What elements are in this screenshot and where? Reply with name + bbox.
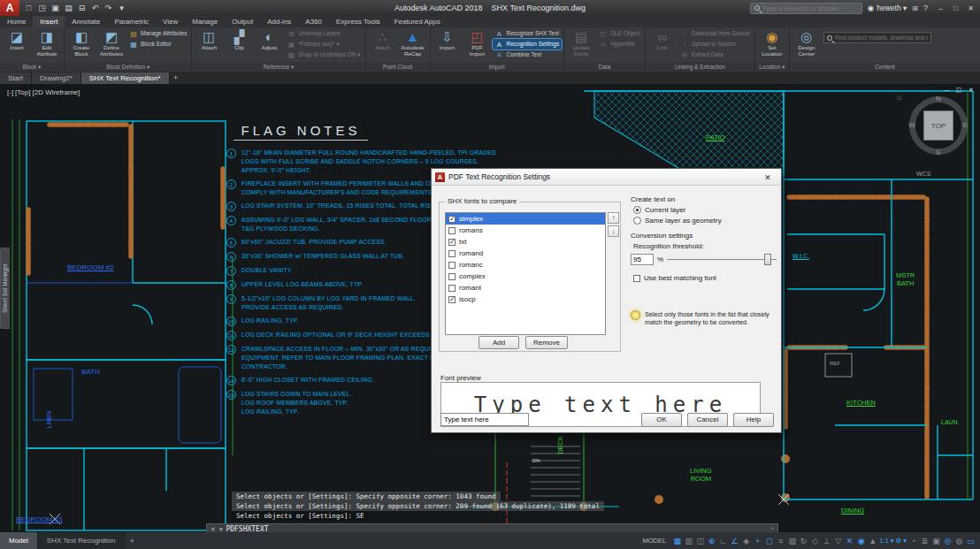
close-button[interactable]: ✕ — [963, 4, 978, 12]
define-attributes[interactable]: ◩ Define Attributes — [96, 28, 126, 62]
minimize-button[interactable]: – — [933, 4, 948, 12]
command-options-icon[interactable]: ▾ — [219, 526, 223, 533]
panel-title-location[interactable]: Location ▾ — [755, 62, 789, 72]
dialog-close-button[interactable]: ✕ — [758, 171, 777, 183]
ribbon-tab[interactable]: Annotate — [65, 16, 107, 27]
add-layout-button[interactable]: + — [125, 537, 139, 545]
design-center[interactable]: ◎ Design Center — [792, 28, 822, 62]
font-checkbox[interactable] — [448, 250, 456, 257]
viewport-visual-style-control[interactable]: [2D Wireframe] — [32, 88, 80, 96]
ribbon-tab[interactable]: Parametric — [107, 16, 156, 27]
object-snap-icon[interactable]: ◻ — [763, 537, 775, 545]
annotation-visibility-icon[interactable]: ◉ — [855, 537, 867, 545]
qnew-icon[interactable]: □ — [23, 4, 34, 12]
file-tab[interactable]: Start — [0, 72, 32, 84]
lock-ui-icon[interactable]: ▣ — [930, 537, 942, 545]
font-checkbox[interactable] — [448, 239, 456, 246]
command-input[interactable]: PDFSHXTEXT — [226, 525, 268, 532]
font-list-item[interactable]: romant — [446, 282, 605, 294]
font-checkbox[interactable] — [448, 273, 456, 280]
viewport-view-control[interactable]: [Top] — [15, 88, 30, 96]
selection-filtering-icon[interactable]: ▽ — [832, 537, 844, 545]
move-down-button[interactable]: ↓ — [608, 225, 619, 237]
annotation-monitor-icon[interactable]: ◔ — [907, 537, 919, 545]
file-tab[interactable]: Drawing2* — [32, 72, 81, 84]
ribbon-tab[interactable]: Add-ins — [260, 16, 298, 27]
file-tab[interactable]: SHX Text Recognition* — [81, 72, 170, 84]
use-best-matching-font[interactable]: Use best matching font — [633, 274, 777, 282]
new-drawing-tab-button[interactable]: + — [170, 72, 182, 84]
a360-signin[interactable]: ◉ heweth ▾ — [868, 4, 907, 12]
font-list-item[interactable]: romand — [446, 248, 605, 259]
ribbon-tab[interactable]: Featured Apps — [387, 16, 448, 27]
download-from-source[interactable]: ↓ Download from Source — [678, 28, 753, 39]
font-list-item[interactable]: simplex — [446, 213, 605, 225]
edit-attribute[interactable]: ◨ Edit Attribute — [32, 28, 62, 62]
manage-attributes[interactable]: ▤ Manage Attributes — [126, 28, 189, 39]
transparency-icon[interactable]: ▨ — [786, 537, 798, 545]
best-match-checkbox[interactable] — [633, 275, 640, 282]
graphics-performance-icon[interactable]: ◍ — [953, 537, 965, 545]
font-list-item[interactable]: txt — [446, 236, 605, 248]
undo-icon[interactable]: ↶ — [89, 4, 101, 12]
update-fields[interactable]: ▤ Update Fields — [566, 28, 596, 62]
clean-screen-icon[interactable]: ▭ — [965, 537, 976, 545]
restore-drawing-icon[interactable]: ◱ — [953, 86, 964, 94]
lineweight-icon[interactable]: ≡ — [775, 537, 786, 545]
panel-title-linking[interactable]: Linking & Extraction — [646, 62, 754, 72]
save-icon[interactable]: ▣ — [50, 4, 61, 12]
panel-title-data[interactable]: Data — [564, 62, 645, 72]
set-location[interactable]: ◉ Set Location — [757, 28, 787, 62]
panel-title-point-cloud[interactable]: Point Cloud — [366, 62, 430, 72]
clip-reference[interactable]: ▞ Clip — [224, 28, 254, 62]
qat-dropdown-icon[interactable]: ▾ — [116, 4, 127, 12]
dialog-title-bar[interactable]: A PDF Text Recognition Settings ✕ — [432, 169, 781, 186]
cancel-button[interactable]: Cancel — [687, 413, 728, 427]
radio-same-layer[interactable]: Same layer as geometry — [633, 217, 777, 225]
panel-title-reference[interactable]: Reference ▾ — [192, 62, 364, 72]
snap-to-underlays[interactable]: ▩ Snap to Underlays ON ▾ — [284, 50, 363, 60]
command-line[interactable]: ✕ ▾ PDFSHXTEXT ^ — [206, 523, 778, 532]
autoscale-icon[interactable]: ▲ — [867, 537, 878, 545]
quick-properties-icon[interactable]: ≣ — [919, 537, 930, 545]
insert-block[interactable]: ◪ Insert — [2, 28, 32, 62]
font-list-item[interactable]: romanc — [446, 259, 605, 271]
object-snap-tracking-icon[interactable]: + — [752, 537, 763, 545]
search-input[interactable] — [762, 4, 858, 12]
ole-object[interactable]: ◫ OLE Object — [596, 28, 643, 39]
combine-text[interactable]: ≡ Combine Text — [493, 50, 563, 60]
font-checkbox[interactable] — [448, 296, 456, 303]
minimize-drawing-icon[interactable]: — — [941, 86, 952, 94]
radio-current-layer[interactable]: Current layer — [633, 206, 777, 214]
dynamic-ucs-icon[interactable]: ⊥ — [821, 537, 832, 545]
panel-title-import[interactable]: Import — [431, 62, 564, 72]
selection-cycling-icon[interactable]: ↻ — [798, 537, 809, 545]
upload-to-source[interactable]: ↑ Upload to Source — [678, 39, 753, 50]
snap-mode-icon[interactable]: ▥ — [683, 537, 694, 545]
ribbon-tab[interactable]: Express Tools — [329, 16, 387, 27]
attach-reference[interactable]: ◫ Attach — [194, 28, 224, 62]
radio-button[interactable] — [633, 206, 641, 214]
save-as-icon[interactable]: ▤ — [63, 4, 74, 12]
redo-icon[interactable]: ↷ — [103, 4, 114, 12]
isometric-drafting-icon[interactable]: ◈ — [740, 537, 752, 545]
ribbon-tab[interactable]: A360 — [298, 16, 329, 27]
pdf-import[interactable]: ◰ PDF Import — [463, 28, 493, 62]
layout-tab[interactable]: SHX Text Recognition — [38, 532, 126, 549]
block-editor[interactable]: ▦ Block Editor — [126, 39, 189, 50]
ortho-mode-icon[interactable]: ∟ — [717, 537, 729, 545]
close-drawing-icon[interactable]: ✕ — [966, 86, 976, 94]
extract-data[interactable]: ⊞ Extract Data — [678, 50, 753, 60]
ribbon-tab[interactable]: View — [156, 16, 185, 27]
viewcube-south[interactable]: S — [936, 149, 940, 156]
create-block[interactable]: ◧ Create Block — [66, 28, 96, 62]
frames-setting[interactable]: ▣ *Frames vary* ▾ — [284, 39, 363, 50]
wcs-indicator[interactable]: WCS — [916, 171, 930, 177]
attach-point-cloud[interactable]: ∴ Attach — [368, 28, 398, 62]
autodesk-recap[interactable]: ▲ Autodesk ReCap — [398, 28, 428, 62]
dynamic-input-icon[interactable]: ⊕ — [706, 537, 717, 545]
font-list-item[interactable]: romans — [446, 225, 605, 236]
annotation-scale[interactable]: 1:1 ▾ — [878, 537, 894, 545]
font-list-item[interactable]: isocp — [446, 294, 605, 305]
panel-title-block[interactable]: Block ▾ — [0, 62, 64, 72]
